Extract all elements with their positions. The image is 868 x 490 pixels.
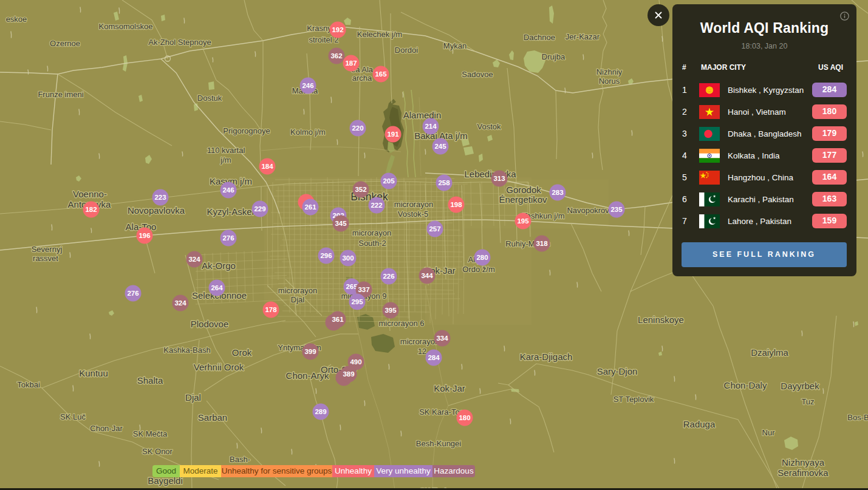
svg-text:Gorodok: Gorodok [506,185,541,195]
svg-text:eskoe: eskoe [6,15,27,24]
svg-text:178: 178 [265,306,277,313]
svg-text:Sarban: Sarban [198,412,227,423]
svg-text:205: 205 [383,177,395,185]
svg-text:Dzaiylma: Dzaiylma [751,347,788,358]
svg-text:337: 337 [358,286,369,293]
svg-text:microrayon: microrayon [400,337,439,346]
svg-text:archa: archa [352,73,372,83]
svg-text:Kuntuu: Kuntuu [79,368,108,378]
svg-text:226: 226 [383,273,394,280]
svg-text:Sary-Djon: Sary-Djon [597,366,638,376]
svg-text:Bos-Bol: Bos-Bol [847,413,868,422]
svg-text:283: 283 [552,189,563,196]
svg-text:Plodovoe: Plodovoe [191,319,229,329]
svg-text:Tuz: Tuz [801,397,814,406]
svg-text:Drujba: Drujba [542,52,566,61]
svg-text:261: 261 [304,203,316,211]
svg-text:229: 229 [254,205,265,213]
svg-text:180: 180 [459,414,470,421]
svg-text:295: 295 [351,298,363,305]
svg-text:Jer-Kazar: Jer-Kazar [566,32,600,41]
svg-text:284: 284 [428,354,440,361]
svg-text:Ozernoe: Ozernoe [50,39,80,48]
svg-text:280: 280 [476,254,488,261]
svg-text:296: 296 [320,252,332,259]
svg-text:Kara-Djigach: Kara-Djigach [520,352,573,362]
svg-text:Sadovoe: Sadovoe [462,70,493,79]
svg-text:289: 289 [315,408,326,415]
svg-text:223: 223 [154,194,166,201]
svg-text:Chon-Daly: Chon-Daly [724,380,767,390]
svg-text:Kashka-Bash: Kashka-Bash [163,345,210,355]
svg-text:389: 389 [343,370,354,378]
svg-text:257: 257 [429,225,440,233]
svg-text:Shalta: Shalta [137,375,163,386]
svg-text:Lebedinovka: Lebedinovka [464,169,516,179]
svg-text:300: 300 [342,254,354,262]
svg-text:196: 196 [138,232,150,239]
svg-text:220: 220 [352,124,363,132]
svg-text:Nur: Nur [762,428,776,437]
svg-text:j/m: j/m [220,155,231,165]
svg-text:microrayon: microrayon [278,286,317,295]
svg-text:Prigorognoye: Prigorognoye [223,126,270,135]
svg-text:110 kvartal: 110 kvartal [207,146,245,155]
svg-text:344: 344 [421,272,433,279]
svg-text:191: 191 [387,131,399,138]
svg-text:rassvet: rassvet [33,254,58,263]
svg-text:258: 258 [438,179,450,186]
svg-text:Besh-Kungei: Besh-Kungei [416,439,462,448]
svg-text:Énergetikov: Énergetikov [499,194,547,205]
svg-text:192: 192 [332,26,343,33]
svg-text:SK Mečta: SK Mečta [133,429,168,438]
svg-text:Leninskoye: Leninskoye [638,315,684,325]
svg-text:Kok-Jar: Kok-Jar [434,383,465,393]
svg-text:Serafimovka: Serafimovka [777,468,829,478]
svg-text:395: 395 [384,307,397,314]
svg-text:Alamedin: Alamedin [403,110,442,120]
svg-text:276: 276 [127,290,138,297]
svg-text:Djal: Djal [291,295,305,304]
svg-text:Dachnoe: Dachnoe [524,33,555,42]
svg-text:Dayyrbek: Dayyrbek [781,381,819,391]
svg-text:235: 235 [610,206,623,213]
svg-text:195: 195 [517,217,529,225]
svg-text:198: 198 [450,201,462,208]
svg-text:Vostok: Vostok [477,122,501,131]
svg-text:microrayon 6: microrayon 6 [378,319,424,328]
svg-text:334: 334 [436,335,448,342]
svg-text:Djal: Djal [185,392,201,403]
svg-text:Orok: Orok [232,347,252,358]
svg-text:Ak-Zhol Stepnoye: Ak-Zhol Stepnoye [148,38,211,47]
svg-text:Bash-: Bash- [230,455,250,464]
svg-text:324: 324 [188,256,200,263]
svg-text:Raduga: Raduga [683,419,716,429]
svg-text:Dostuk: Dostuk [197,94,222,103]
svg-text:SK Onor: SK Onor [142,447,173,456]
svg-text:microrayon: microrayon [394,200,433,209]
svg-text:264: 264 [211,284,223,291]
svg-text:324: 324 [174,299,186,307]
svg-text:Mykan: Mykan [443,41,466,50]
svg-text:ST Teplovik: ST Teplovik [613,395,654,404]
svg-text:SK Luč: SK Luč [60,412,86,421]
svg-text:246: 246 [222,186,234,194]
svg-text:Komsomolskoe: Komsomolskoe [99,22,153,31]
svg-text:362: 362 [330,52,342,60]
svg-text:Frunze imeni: Frunze imeni [38,90,83,99]
svg-text:222: 222 [371,202,382,209]
svg-text:165: 165 [375,70,387,78]
svg-text:Kelechek j/m: Kelechek j/m [357,30,402,39]
svg-text:Chon-Jar: Chon-Jar [90,424,123,433]
svg-text:Novopavlovka: Novopavlovka [128,205,185,216]
svg-text:Nizhniy: Nizhniy [596,67,623,77]
svg-text:Norus: Norus [599,77,620,86]
svg-text:Vostok-5: Vostok-5 [398,209,429,219]
svg-text:Ak-Orgo: Ak-Orgo [202,260,236,271]
svg-text:Verhnii Orok: Verhnii Orok [194,362,244,372]
svg-text:313: 313 [493,175,505,182]
svg-text:Dordoi: Dordoi [395,46,418,55]
svg-text:Tokbai: Tokbai [17,380,40,389]
svg-text:361: 361 [332,316,344,323]
svg-text:184: 184 [261,163,273,170]
